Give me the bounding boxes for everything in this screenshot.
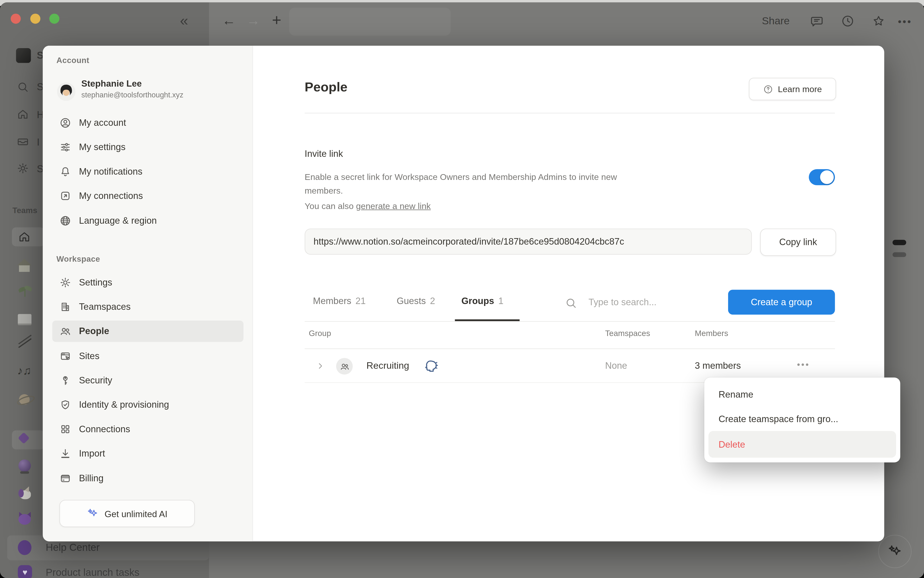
sidebar-item-my-notifications[interactable]: My notifications	[52, 161, 244, 182]
crystal-ball-emoji[interactable]	[18, 459, 31, 474]
group-avatar	[336, 358, 353, 375]
screen: « ← → + Share ••• S S H I S Teams	[0, 0, 924, 578]
close-window-button[interactable]	[11, 14, 21, 24]
help-center-label[interactable]: Help Center	[46, 542, 99, 554]
search-icon[interactable]	[565, 297, 577, 309]
sliders-icon	[59, 141, 71, 153]
group-context-menu: Rename Create teamspace from gro... Dele…	[704, 378, 900, 463]
sidebar-item-settings[interactable]: Settings	[52, 272, 244, 293]
forward-icon[interactable]: →	[246, 13, 260, 29]
menu-item-delete[interactable]: Delete	[708, 431, 896, 458]
music-notes-emoji[interactable]: ♪♫	[17, 364, 31, 377]
sidebar-item-security[interactable]: Security	[52, 370, 244, 391]
copy-link-button[interactable]: Copy link	[760, 229, 836, 256]
sidebar-item-sites[interactable]: Sites	[52, 346, 244, 367]
back-icon[interactable]: ←	[222, 13, 236, 29]
settings-sidebar: Account Stephanie Lee stephanie@toolsfor…	[43, 46, 253, 541]
zoom-window-button[interactable]	[49, 14, 59, 24]
group-name: Recruiting	[366, 360, 409, 371]
grid-icon	[59, 423, 71, 435]
menu-item-rename[interactable]: Rename	[708, 382, 896, 406]
group-teamspaces-value: None	[605, 360, 627, 371]
search-icon[interactable]	[16, 81, 29, 93]
account-section-label: Account	[56, 56, 89, 65]
globe-icon	[59, 215, 71, 227]
updates-clock-icon[interactable]	[841, 14, 855, 28]
sidebar-item-my-settings[interactable]: My settings	[52, 136, 244, 158]
help-center-icon[interactable]	[18, 540, 31, 555]
invite-link-toggle[interactable]	[809, 169, 835, 185]
more-options-icon[interactable]: •••	[898, 16, 912, 28]
sparkles-icon	[86, 508, 98, 519]
sidebar-item-my-connections[interactable]: My connections	[52, 185, 244, 206]
workspace-logo[interactable]	[16, 48, 31, 63]
invite-link-heading: Invite link	[305, 148, 343, 159]
generate-new-link-link[interactable]: generate a new link	[356, 201, 431, 211]
right-edge-gray-handle[interactable]	[893, 252, 906, 257]
general-teamspace-icon[interactable]	[18, 231, 31, 244]
people-icon	[59, 325, 71, 337]
collapse-sidebar-icon[interactable]: «	[180, 12, 188, 29]
tabs-divider	[305, 321, 835, 321]
bell-icon	[59, 166, 71, 177]
import-arrow-icon	[59, 448, 71, 459]
person-circle-icon	[59, 117, 71, 129]
tab-guests[interactable]: Guests 2	[397, 295, 435, 311]
sidebar-item-people[interactable]: People	[52, 321, 244, 342]
right-edge-dark-handle[interactable]	[893, 240, 906, 245]
page-title: People	[305, 80, 348, 95]
favorite-star-icon[interactable]	[872, 14, 885, 28]
menu-item-create-teamspace[interactable]: Create teamspace from gro...	[708, 407, 896, 431]
sidebar-item-billing[interactable]: Billing	[52, 468, 244, 489]
active-page-row-highlight[interactable]	[12, 430, 44, 449]
column-header-group[interactable]: Group	[309, 329, 331, 338]
workspace-section-label: Workspace	[56, 255, 100, 264]
tab-guests-count: 2	[430, 295, 435, 306]
share-button[interactable]: Share	[762, 15, 789, 28]
sidebar-item-my-account[interactable]: My account	[52, 112, 244, 133]
heart-page-icon[interactable]: ♥	[18, 565, 32, 578]
teamspaces-section-label: Teams	[13, 206, 37, 215]
settings-gear-icon[interactable]	[16, 162, 29, 175]
home-icon[interactable]	[16, 108, 29, 120]
inbox-label-partial: I	[37, 136, 40, 148]
comments-icon[interactable]	[810, 14, 824, 28]
search-input[interactable]	[587, 296, 721, 308]
browser-icon	[59, 350, 71, 362]
create-group-button[interactable]: Create a group	[728, 290, 835, 315]
group-members-value: 3 members	[695, 360, 741, 371]
avatar[interactable]	[57, 83, 76, 101]
gear-icon	[59, 277, 71, 288]
notion-ai-bubble[interactable]	[878, 535, 911, 568]
get-unlimited-ai-button[interactable]: Get unlimited AI	[59, 500, 195, 527]
inbox-icon[interactable]	[16, 135, 29, 148]
tab-groups[interactable]: Groups 1	[462, 295, 504, 311]
key-icon	[59, 375, 71, 386]
column-header-teamspaces[interactable]: Teamspaces	[605, 329, 650, 338]
generate-link-line: You can also generate a new link	[305, 201, 431, 211]
section-divider	[305, 113, 835, 113]
sidebar-item-identity-provisioning[interactable]: Identity & provisioning	[52, 394, 244, 416]
product-launch-tasks-label[interactable]: Product launch tasks	[46, 567, 139, 578]
titlebar-tab-area	[289, 8, 451, 36]
notion-window: « ← → + Share ••• S S H I S Teams	[0, 2, 924, 578]
sidebar-item-connections[interactable]: Connections	[52, 419, 244, 440]
minimize-window-button[interactable]	[30, 14, 41, 24]
link-out-icon	[59, 190, 71, 202]
tab-members[interactable]: Members 21	[313, 295, 366, 311]
row-more-options-icon[interactable]: •••	[797, 359, 810, 369]
user-name: Stephanie Lee	[81, 78, 142, 89]
sidebar-item-language-region[interactable]: Language & region	[52, 210, 244, 232]
new-tab-icon[interactable]: +	[272, 11, 281, 30]
tab-groups-count: 1	[498, 295, 503, 306]
column-header-members[interactable]: Members	[695, 329, 728, 338]
notebook-emoji[interactable]	[18, 314, 31, 325]
sidebar-item-teamspaces[interactable]: Teamspaces	[52, 296, 244, 318]
farm-house-emoji[interactable]	[17, 259, 31, 272]
learn-more-button[interactable]: Learn more	[749, 78, 836, 100]
sidebar-item-import[interactable]: Import	[52, 443, 244, 464]
invite-url-field[interactable]	[305, 229, 752, 255]
expand-chevron-icon[interactable]	[315, 361, 325, 371]
invite-link-description: Enable a secret link for Workspace Owner…	[305, 170, 640, 198]
toggle-knob	[820, 170, 834, 184]
